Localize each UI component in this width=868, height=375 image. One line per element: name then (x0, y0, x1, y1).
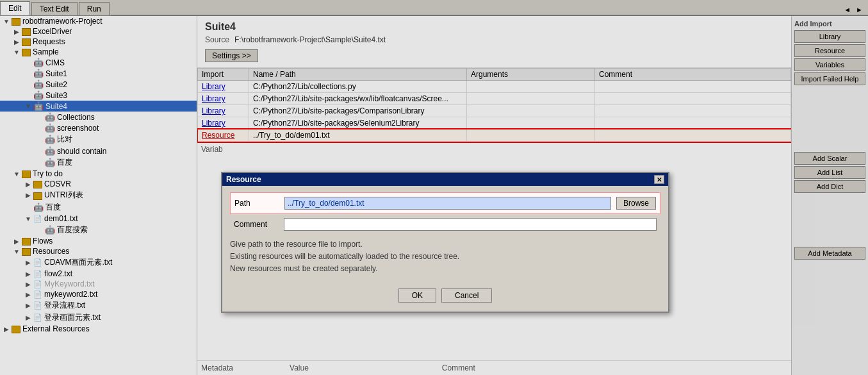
tab-edit[interactable]: Edit (0, 1, 30, 15)
tree-toggle-cdsvr[interactable]: ▶ (23, 181, 33, 188)
add-metadata-button[interactable]: Add Metadata (794, 247, 865, 260)
tree-toggle-dem01[interactable]: ▼ (23, 215, 33, 222)
modal-cancel-button[interactable]: Cancel (441, 288, 492, 303)
resource-button[interactable]: Resource (794, 44, 865, 57)
tree-item-cdsvr[interactable]: ▶ CDSVR (0, 179, 197, 189)
tree-toggle-exceldriver[interactable]: ▶ (12, 28, 22, 35)
add-list-button[interactable]: Add List (794, 166, 865, 179)
import-type-2[interactable]: Library (202, 106, 225, 115)
tree-toggle-cdavm[interactable]: ▶ (23, 259, 33, 266)
tab-text-edit[interactable]: Text Edit (31, 2, 78, 15)
tree-toggle-untri[interactable]: ▶ (23, 192, 33, 199)
import-failed-help-button[interactable]: Import Failed Help (794, 72, 865, 85)
table-row[interactable]: Library C:/Python27/Lib/site-packages/Se… (198, 117, 791, 129)
tree-item-try-to-do[interactable]: ▼ Try to do (0, 169, 197, 179)
tree-toggle-flows[interactable]: ▶ (12, 238, 22, 245)
file-icon-mykeyword2: 📄 (33, 290, 42, 299)
nav-left-icon[interactable]: ◄ (841, 6, 853, 13)
import-args-3 (467, 117, 595, 129)
tree-toggle-external-resources[interactable]: ▶ (1, 326, 12, 333)
tree-item-requests[interactable]: ▶ Requests (0, 37, 197, 47)
nav-right-icon[interactable]: ► (853, 6, 865, 13)
table-row-resource[interactable]: Resource ../Try_to_do/dem01.txt (198, 129, 791, 142)
tree-item-bijiao[interactable]: ▶ 🤖 比对 (0, 133, 197, 146)
variables-button[interactable]: Variables (794, 58, 865, 71)
tree-toggle-requests[interactable]: ▶ (12, 38, 22, 46)
folder-icon-try-to-do (22, 171, 31, 178)
sidebar-item-label-cims: CIMS (45, 58, 65, 67)
col-comment: Comment (595, 69, 791, 81)
folder-icon-sample (22, 49, 31, 56)
file-icon-cdavm: 📄 (33, 258, 42, 267)
tree-item-root[interactable]: ▼ robotframework-Project (0, 16, 197, 26)
sidebar-item-label-dem01: dem01.txt (44, 214, 78, 223)
settings-button[interactable]: Settings >> (205, 49, 258, 62)
modal-path-input[interactable] (284, 197, 611, 210)
tree-item-baidu-try[interactable]: ▶ 🤖 百度 (0, 201, 197, 213)
tree-toggle-mykeyword2[interactable]: ▶ (23, 291, 33, 298)
tree-item-cdavm[interactable]: ▶ 📄 CDAVM画面元素.txt (0, 256, 197, 269)
folder-icon-root (12, 18, 20, 26)
sidebar-item-label-baidu-search: 百度搜索 (57, 224, 88, 235)
import-type-0[interactable]: Library (202, 82, 225, 91)
modal-ok-button[interactable]: OK (398, 288, 436, 303)
tree-item-baidu-search[interactable]: ▶ 🤖 百度搜索 (0, 224, 197, 236)
metadata-label: Metadata (201, 363, 233, 372)
tree-item-mykeyword2[interactable]: ▶ 📄 mykeyword2.txt (0, 289, 197, 299)
modal-close-button[interactable]: ✕ (654, 175, 664, 184)
tree-item-resources[interactable]: ▼ Resources (0, 246, 197, 256)
sidebar-item-label-suite1: Suite1 (45, 69, 67, 78)
tree-item-suite2[interactable]: ▶ 🤖 Suite2 (0, 79, 197, 90)
sidebar-item-label-mykeyword: MyKeyword.txt (44, 279, 95, 288)
table-row[interactable]: Library C:/Python27/Lib/site-packages/Co… (198, 105, 791, 117)
tree-toggle-try-to-do[interactable]: ▼ (12, 171, 22, 178)
sidebar-item-label-flows: Flows (33, 237, 53, 246)
tree-item-login-ui[interactable]: ▶ 📄 登录画面元素.txt (0, 312, 197, 324)
tree-toggle-mykeyword[interactable]: ▶ (23, 281, 33, 288)
import-type-4[interactable]: Resource (202, 131, 234, 140)
tree-toggle-suite4[interactable]: ▼ (23, 103, 33, 110)
tree-item-sample[interactable]: ▼ Sample (0, 47, 197, 57)
table-row[interactable]: Library C:/Python27/Lib/collections.py (198, 81, 791, 93)
import-type-3[interactable]: Library (202, 119, 225, 128)
library-button[interactable]: Library (794, 30, 865, 43)
sidebar-item-label-suite2: Suite2 (45, 80, 67, 89)
tree-item-dem01[interactable]: ▼ 📄 dem01.txt (0, 213, 197, 224)
tree-item-suite4[interactable]: ▼ 🤖 Suite4 (0, 101, 197, 112)
tree-toggle-sample[interactable]: ▼ (12, 49, 22, 56)
add-scalar-button[interactable]: Add Scalar (794, 152, 865, 165)
robot-icon-cims: 🤖 (33, 58, 44, 67)
tree-item-suite1[interactable]: ▶ 🤖 Suite1 (0, 68, 197, 79)
tree-item-cims[interactable]: ▶ 🤖 CIMS (0, 57, 197, 68)
tab-run[interactable]: Run (79, 2, 110, 15)
tree-item-mykeyword[interactable]: ▶ 📄 MyKeyword.txt (0, 279, 197, 289)
tree-item-collections[interactable]: ▶ 🤖 Collections (0, 112, 197, 122)
sidebar-item-label-flow2: flow2.txt (44, 269, 72, 278)
table-row[interactable]: Library C:/Python27/Lib/site-packages/wx… (198, 93, 791, 105)
tree-item-flow2[interactable]: ▶ 📄 flow2.txt (0, 269, 197, 279)
tree-item-external-resources[interactable]: ▶ External Resources (0, 324, 197, 334)
tree-item-baidu-suite4[interactable]: ▶ 🤖 百度 (0, 156, 197, 169)
modal-browse-button[interactable]: Browse (616, 197, 656, 210)
add-dict-button[interactable]: Add Dict (794, 180, 865, 193)
import-args-0 (467, 81, 595, 93)
tree-item-login-flow[interactable]: ▶ 📄 登录流程.txt (0, 299, 197, 312)
col-arguments: Arguments (467, 69, 595, 81)
tree-item-screenshoot[interactable]: ▶ 🤖 screenshoot (0, 122, 197, 133)
folder-icon-flows (22, 238, 31, 246)
file-icon-login-flow: 📄 (33, 301, 42, 310)
tree-item-suite3[interactable]: ▶ 🤖 Suite3 (0, 90, 197, 101)
import-table: Import Name / Path Arguments Comment Lib… (197, 68, 791, 142)
tree-toggle-login-ui[interactable]: ▶ (23, 314, 33, 321)
modal-path-label: Path (234, 199, 279, 208)
tree-toggle-login-flow[interactable]: ▶ (23, 302, 33, 309)
tree-toggle-flow2[interactable]: ▶ (23, 271, 33, 278)
tree-item-flows[interactable]: ▶ Flows (0, 236, 197, 246)
tree-toggle-root[interactable]: ▼ (1, 18, 12, 25)
tree-item-untri[interactable]: ▶ UNTRI列表 (0, 189, 197, 201)
tree-toggle-resources[interactable]: ▼ (12, 248, 22, 255)
tree-item-exceldriver[interactable]: ▶ ExcelDriver (0, 26, 197, 37)
import-type-1[interactable]: Library (202, 94, 225, 103)
modal-comment-input[interactable] (284, 218, 657, 231)
tree-item-should-contain[interactable]: ▶ 🤖 should contain (0, 146, 197, 156)
